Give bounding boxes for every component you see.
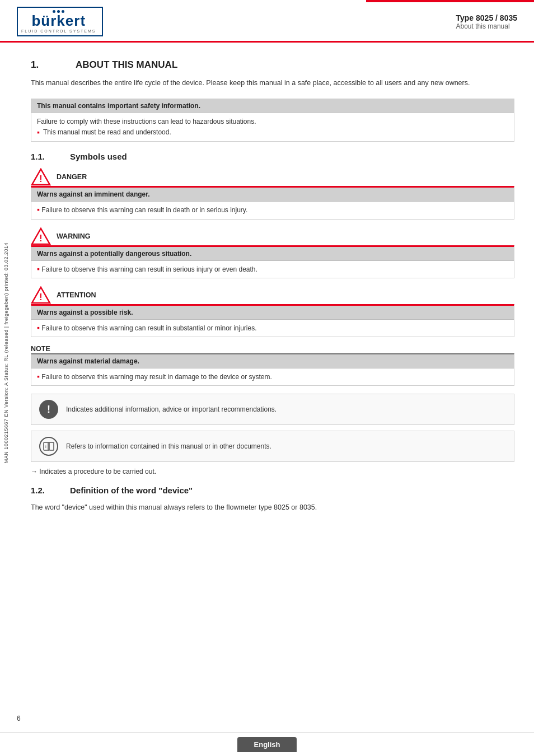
warning-label: WARNING (57, 232, 90, 240)
svg-text:!: ! (39, 234, 42, 243)
danger-triangle-icon: ! (31, 168, 51, 186)
attention-triangle-icon: ! (31, 286, 51, 304)
warning-bullet: ▪ Failure to observe this warning can re… (37, 264, 508, 275)
section1-heading: ABOUT THIS MANUAL (76, 59, 177, 71)
attention-label: ATTENTION (57, 291, 96, 299)
sidebar-metadata: MAN 1000215667 EN Version: A Status: RL … (0, 101, 12, 605)
footer-bar: English (0, 732, 534, 756)
warning-block: ! WARNING Warns against a potentially da… (31, 227, 514, 278)
danger-content-box: Warns against an imminent danger. ▪ Fail… (31, 186, 514, 219)
page-number: 6 (17, 715, 21, 722)
info-circle-icon: ! (39, 400, 58, 419)
section1-title: 1. ABOUT THIS MANUAL (31, 59, 514, 71)
danger-block: ! DANGER Warns against an imminent dange… (31, 168, 514, 219)
danger-header: Warns against an imminent danger. (31, 188, 514, 202)
note-label: NOTE (31, 345, 514, 353)
safety-box: This manual contains important safety in… (31, 99, 514, 142)
book-circle-icon: i (39, 437, 58, 456)
section1-2-title: 1.2. Definition of the word "device" (31, 486, 514, 495)
warning-content-box: Warns against a potentially dangerous si… (31, 245, 514, 278)
book-icon-box: i Refers to information contained in thi… (31, 431, 514, 462)
section1-body: This manual describes the entire life cy… (31, 77, 514, 88)
logo: bürkert FLUID CONTROL SYSTEMS (17, 7, 103, 36)
warning-triangle-icon: ! (31, 227, 51, 245)
header-type-info: Type 8025 / 8035 About this manual (456, 13, 517, 30)
svg-rect-7 (49, 442, 54, 450)
sidebar-text: MAN 1000215667 EN Version: A Status: RL … (3, 242, 9, 463)
header-subtitle: About this manual (456, 22, 517, 30)
warning-header: Warns against a potentially dangerous si… (31, 247, 514, 261)
attention-content-box: Warns against a possible risk. ▪ Failure… (31, 304, 514, 337)
safety-box-bullet1: ▪ This manual must be read and understoo… (37, 127, 508, 138)
svg-text:!: ! (39, 174, 42, 184)
section1-2-number: 1.2. (31, 486, 59, 495)
arrow-note: → Indicates a procedure to be carried ou… (31, 468, 514, 475)
attention-block: ! ATTENTION Warns against a possible ris… (31, 286, 514, 337)
danger-label: DANGER (57, 173, 87, 181)
info-icon-text: Indicates additional information, advice… (66, 405, 277, 413)
note-block: NOTE Warns against material damage. ▪ Fa… (31, 345, 514, 386)
safety-box-header: This manual contains important safety in… (31, 99, 514, 113)
attention-bullet: ▪ Failure to observe this warning can re… (37, 323, 508, 334)
info-icon-box: ! Indicates additional information, advi… (31, 394, 514, 425)
logo-tagline: FLUID CONTROL SYSTEMS (21, 29, 96, 33)
section1-1-heading: Symbols used (70, 152, 127, 161)
language-tab[interactable]: English (237, 737, 297, 752)
section1-number: 1. (31, 59, 59, 71)
note-content-box: Warns against material damage. ▪ Failure… (31, 353, 514, 386)
section1-1-number: 1.1. (31, 152, 59, 161)
logo-name: bürkert (31, 13, 86, 28)
section1-2-heading: Definition of the word "device" (70, 486, 193, 495)
danger-bullet: ▪ Failure to observe this warning can re… (37, 204, 508, 216)
note-header: Warns against material damage. (31, 354, 514, 368)
section1-2-body: The word "device" used within this manua… (31, 502, 514, 513)
note-bullet: ▪ Failure to observe this warning may re… (37, 371, 508, 382)
attention-header: Warns against a possible risk. (31, 306, 514, 320)
svg-text:i: i (45, 444, 46, 449)
section1-1-title: 1.1. Symbols used (31, 152, 514, 161)
book-icon-text: Refers to information contained in this … (66, 442, 271, 450)
svg-text:!: ! (39, 292, 42, 302)
header-type-label: Type 8025 / 8035 (456, 13, 517, 22)
safety-box-line1: Failure to comply with these instruction… (37, 116, 508, 127)
